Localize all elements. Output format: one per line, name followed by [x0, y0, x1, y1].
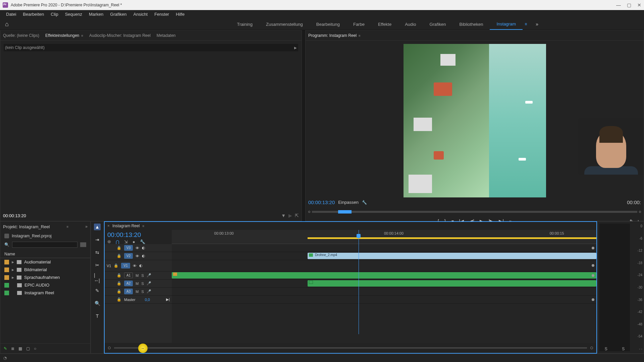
pen-draw-icon[interactable]: ✎: [4, 346, 7, 351]
insert-overwrite-icon[interactable]: ❊: [107, 239, 111, 244]
workspace-effekte[interactable]: Effekte: [371, 19, 398, 29]
toggle-output-icon[interactable]: 👁: [133, 264, 137, 268]
lock-icon[interactable]: 🔒: [114, 263, 118, 268]
timeline-ruler[interactable]: 00:00:13:00 00:00:14:00 00:00:15: [172, 230, 596, 244]
project-item[interactable]: EPIC AUDIO: [0, 281, 90, 289]
playhead[interactable]: [359, 230, 359, 334]
track-toggle-a3[interactable]: A3: [124, 289, 133, 294]
solo-r-button[interactable]: S: [622, 347, 625, 351]
clip-audio-a2[interactable]: [308, 280, 596, 287]
workspace-menu-icon[interactable]: ≡: [523, 22, 529, 26]
timeline-tracks[interactable]: Drohne_2.mp4: [172, 244, 596, 343]
search-icon[interactable]: 🔍: [4, 242, 9, 247]
close-button[interactable]: ✕: [637, 2, 641, 8]
razor-tool[interactable]: ✂: [94, 262, 101, 268]
lock-icon[interactable]: 🔒: [117, 297, 121, 302]
tab-effekteinstellungen[interactable]: Effekteinstellungen: [45, 33, 83, 38]
program-settings-icon[interactable]: 🔧: [362, 200, 367, 205]
freeform-view-icon[interactable]: ▢: [26, 346, 30, 351]
source-export-icon[interactable]: ⇱: [295, 213, 299, 218]
list-view-icon[interactable]: ≣: [11, 346, 14, 351]
menu-fenster[interactable]: Fenster: [151, 11, 172, 18]
work-area-bar[interactable]: [308, 237, 596, 239]
menu-sequenz[interactable]: Sequenz: [62, 11, 86, 18]
track-scroll-dot[interactable]: [592, 264, 594, 267]
solo-icon[interactable]: S: [141, 282, 144, 286]
slip-tool[interactable]: |↔|: [94, 275, 101, 281]
menu-bearbeiten[interactable]: Bearbeiten: [19, 11, 47, 18]
track-head-master[interactable]: 🔒 Master 0,0 ▶|: [105, 296, 172, 304]
menu-clip[interactable]: Clip: [47, 11, 61, 18]
project-item[interactable]: ▶Audiomaterial: [0, 258, 90, 266]
workspace-instagram[interactable]: Instagram: [490, 19, 523, 30]
solo-icon[interactable]: S: [141, 290, 144, 294]
menu-hilfe[interactable]: Hilfe: [172, 11, 188, 18]
track-toggle-a1[interactable]: A1: [124, 273, 133, 278]
lock-icon[interactable]: 🔒: [117, 289, 121, 294]
tab-metadaten[interactable]: Metadaten: [157, 33, 176, 38]
project-search-input[interactable]: [12, 242, 77, 248]
track-target-v1[interactable]: V1: [107, 264, 111, 268]
track-head-a1[interactable]: 🔒 A1 M S 🎤: [105, 272, 172, 280]
program-fit-dropdown[interactable]: Einpassen: [338, 200, 359, 205]
project-item[interactable]: ▶Sprachaufnahmen: [0, 274, 90, 281]
clip-audio-a1[interactable]: [172, 272, 596, 279]
workspace-audio[interactable]: Audio: [398, 19, 423, 29]
workspace-bearbeitung[interactable]: Bearbeitung: [310, 19, 346, 29]
tab-quelle[interactable]: Quelle: (keine Clips): [3, 33, 39, 38]
zoom-out-handle[interactable]: [108, 347, 111, 349]
solo-l-button[interactable]: S: [605, 347, 607, 351]
workspace-bibliotheken[interactable]: Bibliotheken: [453, 19, 490, 29]
sync-lock-icon[interactable]: ◐: [139, 263, 143, 268]
lock-icon[interactable]: 🔒: [117, 281, 121, 286]
workspace-zusammenstellung[interactable]: Zusammenstellung: [259, 19, 310, 29]
source-play-icon[interactable]: ▶: [288, 213, 292, 218]
settings-wrench-icon[interactable]: 🔧: [140, 239, 145, 244]
expand-icon[interactable]: ▶: [294, 46, 297, 50]
mute-icon[interactable]: M: [136, 290, 139, 294]
track-head-a3[interactable]: 🔒 A3 M S 🎤: [105, 288, 172, 296]
sequence-tab[interactable]: Instagram Reel: [112, 224, 140, 228]
caret-icon[interactable]: ▶: [12, 276, 14, 279]
menu-datei[interactable]: Datei: [3, 11, 19, 18]
home-icon[interactable]: ⌂: [5, 21, 9, 28]
workspace-overflow-icon[interactable]: »: [536, 21, 538, 27]
pen-tool[interactable]: ✎: [94, 287, 101, 294]
master-value[interactable]: 0,0: [145, 298, 150, 302]
mute-icon[interactable]: M: [136, 282, 139, 286]
mute-icon[interactable]: M: [136, 274, 139, 278]
hand-tool[interactable]: 🔍: [94, 300, 101, 307]
track-toggle-v1[interactable]: V1: [121, 263, 130, 268]
program-monitor[interactable]: [404, 44, 546, 197]
new-bin-icon[interactable]: [80, 242, 86, 247]
sync-lock-icon[interactable]: ◐: [142, 254, 145, 258]
maximize-button[interactable]: ▢: [627, 2, 631, 8]
prog-in-dot[interactable]: [639, 211, 641, 213]
lock-icon[interactable]: 🔒: [117, 273, 121, 278]
track-head-v2[interactable]: 🔒 V2 👁 ◐: [105, 252, 172, 260]
program-timecode[interactable]: 00:00:13:20: [308, 199, 335, 205]
minimize-button[interactable]: —: [616, 2, 621, 8]
timeline-zoom-bar[interactable]: [114, 347, 587, 349]
caret-icon[interactable]: ▶: [12, 268, 14, 272]
add-marker-icon[interactable]: ●: [132, 239, 135, 244]
source-timecode[interactable]: 00:00:13:20: [3, 213, 26, 218]
workspace-grafiken[interactable]: Grafiken: [423, 19, 452, 29]
project-item[interactable]: ▶Bildmaterial: [0, 266, 90, 274]
track-select-tool[interactable]: ⇥: [94, 236, 101, 243]
project-item[interactable]: Instagram Reel: [0, 289, 90, 297]
tab-programm[interactable]: Programm: Instagram Reel: [308, 33, 361, 38]
tab-audioclip-mischer[interactable]: Audioclip-Mischer: Instagram Reel: [89, 33, 151, 38]
source-filter-icon[interactable]: ▼: [281, 213, 286, 218]
lock-icon[interactable]: 🔒: [117, 254, 121, 258]
ripple-edit-tool[interactable]: ⇆: [94, 249, 101, 256]
track-head-a2[interactable]: 🔒 A2 M S 🎤: [105, 280, 172, 288]
type-tool[interactable]: T: [94, 313, 101, 319]
track-scroll-dot[interactable]: [592, 247, 594, 249]
zoom-slider-icon[interactable]: ○: [34, 346, 36, 351]
voiceover-icon[interactable]: 🎤: [147, 289, 151, 294]
lock-icon[interactable]: 🔒: [117, 246, 121, 250]
track-scroll-dot[interactable]: [592, 298, 594, 301]
icon-view-icon[interactable]: ▦: [18, 346, 22, 351]
timeline-timecode[interactable]: 00:00:13:20: [107, 231, 169, 239]
